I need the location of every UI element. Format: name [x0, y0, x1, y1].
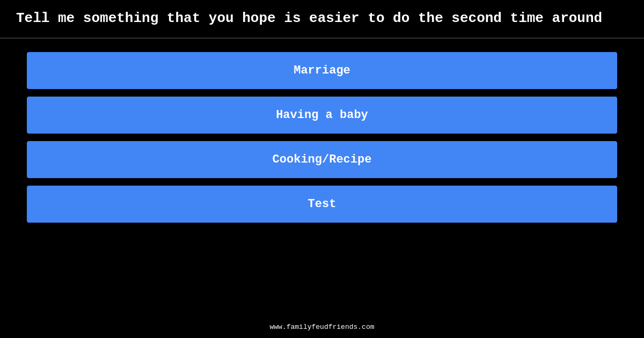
answer-button-4[interactable]: Test: [27, 186, 617, 223]
answer-label-2: Having a baby: [276, 108, 368, 122]
question-text: Tell me something that you hope is easie…: [16, 10, 602, 26]
answer-button-3[interactable]: Cooking/Recipe: [27, 141, 617, 178]
question-header: Tell me something that you hope is easie…: [0, 0, 644, 39]
answer-label-1: Marriage: [294, 64, 350, 77]
answers-container: MarriageHaving a babyCooking/RecipeTest: [0, 39, 644, 315]
answer-button-1[interactable]: Marriage: [27, 52, 617, 89]
answer-button-2[interactable]: Having a baby: [27, 97, 617, 134]
answer-label-4: Test: [308, 197, 336, 211]
answer-label-3: Cooking/Recipe: [273, 153, 372, 166]
footer: www.familyfeudfriends.com: [0, 315, 644, 338]
footer-url: www.familyfeudfriends.com: [269, 323, 374, 331]
